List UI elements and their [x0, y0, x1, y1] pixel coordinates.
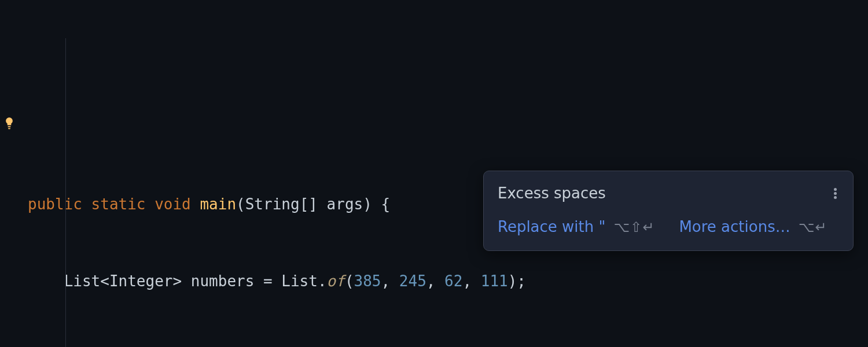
- method-call: of: [327, 272, 345, 290]
- code-text: List<Integer> numbers = List.: [64, 272, 327, 290]
- number: 385: [354, 272, 381, 290]
- number: 62: [444, 272, 462, 290]
- code-line[interactable]: List<String> fruit = Arrays.asList("pear…: [28, 345, 868, 347]
- more-options-icon[interactable]: [832, 187, 839, 200]
- more-actions-label: More actions…: [679, 216, 790, 237]
- punct: ) {: [363, 195, 390, 213]
- keyword: void: [155, 195, 191, 213]
- svg-rect-1: [8, 128, 10, 130]
- more-actions[interactable]: More actions… ⌥↵: [679, 216, 827, 238]
- indent-guide: [65, 38, 66, 347]
- inspection-popup: Excess spaces Replace with " ⌥⇧↵ More ac…: [483, 171, 854, 251]
- shortcut-text: ⌥⇧↵: [614, 218, 655, 238]
- lightbulb-icon[interactable]: [3, 116, 15, 132]
- code-line[interactable]: List<Integer> numbers = List.of(385, 245…: [28, 268, 868, 294]
- punct: (: [236, 195, 245, 213]
- method-name: main: [200, 195, 236, 213]
- svg-rect-0: [8, 126, 11, 127]
- shortcut-text: ⌥↵: [799, 218, 827, 238]
- keyword: public: [28, 195, 82, 213]
- popup-title: Excess spaces: [498, 183, 606, 204]
- code-editor[interactable]: public static void main(String[] args) {…: [0, 0, 868, 347]
- replace-action[interactable]: Replace with " ⌥⇧↵: [498, 216, 654, 238]
- replace-label: Replace with ": [498, 216, 606, 237]
- keyword: static: [91, 195, 146, 213]
- number: 111: [481, 272, 508, 290]
- number: 245: [399, 272, 426, 290]
- params: String[] args: [245, 195, 363, 213]
